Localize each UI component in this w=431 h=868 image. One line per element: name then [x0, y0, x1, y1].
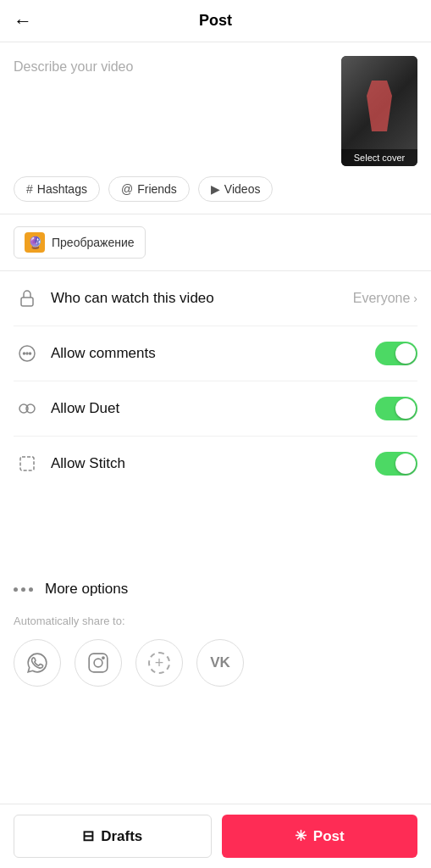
chevron-right-icon: › — [413, 292, 417, 305]
toggle-knob-duet — [395, 398, 416, 419]
allow-comments-row[interactable]: Allow comments — [14, 326, 417, 381]
stitch-icon — [14, 450, 41, 477]
share-icons-row: + VK — [14, 639, 417, 687]
post-button[interactable]: ✳ Post — [222, 815, 418, 858]
lock-icon — [14, 285, 41, 312]
share-section: Automatically share to: + VK — [0, 611, 431, 700]
toggle-knob — [395, 343, 416, 364]
instagram-share-button[interactable] — [75, 639, 122, 687]
friends-label: Friends — [137, 182, 177, 196]
back-button[interactable]: ← — [14, 10, 32, 32]
dot-3 — [29, 587, 33, 592]
dot-2 — [21, 587, 25, 592]
duet-icon — [14, 395, 41, 422]
vk-icon: VK — [210, 654, 230, 671]
whatsapp-icon — [26, 652, 48, 674]
allow-stitch-toggle[interactable] — [375, 452, 417, 476]
effect-icon: 🔮 — [25, 232, 45, 253]
tag-buttons-row: # Hashtags @ Friends ▶ Videos — [0, 176, 431, 214]
hashtags-button[interactable]: # Hashtags — [14, 176, 100, 202]
description-area: Describe your video Select cover — [0, 42, 431, 176]
svg-point-4 — [30, 353, 31, 354]
bottom-bar: ⊟ Drafts ✳ Post — [0, 804, 431, 868]
effect-badge[interactable]: 🔮 Преображение — [14, 226, 146, 259]
hashtags-label: Hashtags — [37, 182, 87, 196]
allow-stitch-row[interactable]: Allow Stitch — [14, 437, 417, 491]
who-can-watch-value: Everyone — [353, 291, 411, 306]
svg-rect-0 — [21, 298, 33, 306]
more-dots-icon — [14, 587, 33, 592]
drafts-icon: ⊟ — [82, 827, 94, 845]
comment-icon — [14, 340, 41, 367]
video-thumbnail[interactable]: Select cover — [341, 56, 417, 166]
add-circle-icon: + — [148, 652, 170, 674]
hashtag-icon: # — [26, 182, 33, 196]
instagram-icon — [87, 652, 109, 674]
allow-stitch-label: Allow Stitch — [51, 455, 375, 472]
page-title: Post — [199, 12, 232, 30]
videos-button[interactable]: ▶ Videos — [198, 176, 274, 202]
svg-point-2 — [24, 353, 25, 354]
allow-duet-row[interactable]: Allow Duet — [14, 381, 417, 437]
who-can-watch-row[interactable]: Who can watch this video Everyone › — [14, 271, 417, 326]
play-icon: ▶ — [211, 182, 220, 196]
select-cover-label[interactable]: Select cover — [341, 149, 417, 166]
description-input[interactable]: Describe your video — [14, 56, 331, 166]
svg-point-9 — [94, 659, 102, 667]
allow-duet-toggle[interactable] — [375, 397, 417, 420]
toggle-knob-stitch — [395, 453, 416, 474]
whatsapp-share-button[interactable] — [14, 639, 61, 687]
who-can-watch-label: Who can watch this video — [51, 290, 353, 307]
thumbnail-figure — [367, 81, 392, 131]
share-title: Automatically share to: — [14, 615, 417, 627]
svg-rect-8 — [89, 654, 108, 672]
header: ← Post — [0, 0, 431, 42]
effect-section: 🔮 Преображение — [0, 214, 431, 270]
svg-rect-7 — [20, 457, 34, 470]
settings-section: Who can watch this video Everyone › Allo… — [0, 271, 431, 567]
vk-share-button[interactable]: VK — [196, 639, 244, 687]
drafts-button[interactable]: ⊟ Drafts — [14, 815, 212, 858]
svg-point-3 — [26, 353, 28, 354]
allow-comments-label: Allow comments — [51, 345, 375, 362]
drafts-label: Drafts — [101, 828, 142, 845]
at-icon: @ — [121, 182, 133, 196]
friends-button[interactable]: @ Friends — [108, 176, 190, 202]
allow-duet-label: Allow Duet — [51, 400, 375, 417]
post-sparkle-icon: ✳ — [295, 827, 307, 845]
add-platform-button[interactable]: + — [135, 639, 183, 687]
videos-label: Videos — [224, 182, 261, 196]
svg-point-10 — [102, 657, 104, 659]
post-label: Post — [313, 828, 345, 845]
dot-1 — [14, 587, 18, 592]
more-options-label: More options — [45, 581, 128, 598]
effect-label: Преображение — [52, 236, 135, 249]
allow-comments-toggle[interactable] — [375, 342, 417, 365]
more-options-row[interactable]: More options — [0, 567, 431, 611]
